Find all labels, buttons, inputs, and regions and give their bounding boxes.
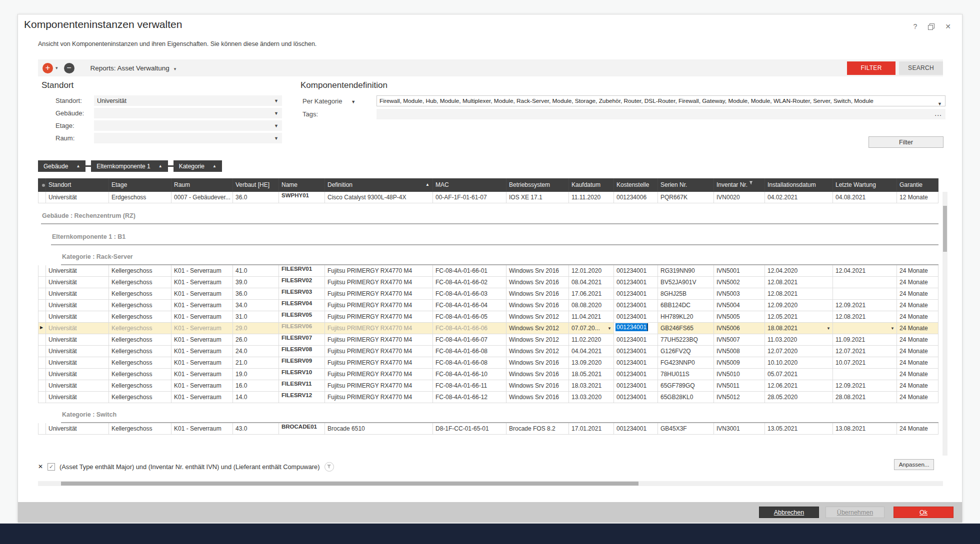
cell[interactable]: 13.09.2020 xyxy=(569,357,614,368)
cell[interactable]: Universität xyxy=(46,192,109,203)
cell[interactable]: 11.11.2020 xyxy=(569,192,614,203)
column-header-standort[interactable]: Standort xyxy=(46,178,109,192)
cell[interactable]: K01 - Serverraum xyxy=(172,380,233,391)
cell[interactable]: 65GF789GQ xyxy=(658,380,714,391)
table-row[interactable]: UniversitätKellergeschossK01 - Serverrau… xyxy=(38,380,938,392)
cell[interactable]: 24 Monate xyxy=(897,288,938,299)
cell[interactable]: 36.0 xyxy=(233,288,279,299)
cell[interactable]: IVN5004 xyxy=(714,300,765,311)
group-chip-gebaeude[interactable]: Gebäude ▲ xyxy=(38,160,86,172)
cell[interactable]: Universität xyxy=(46,265,109,276)
cell[interactable]: 18.05.2021 xyxy=(569,369,614,380)
group-header[interactable]: Kategorie : Switch xyxy=(61,410,938,423)
cell[interactable]: 77UH5223BQ xyxy=(658,334,714,345)
cell[interactable]: 24 Monate xyxy=(897,265,938,276)
cell[interactable]: HH789KL20 xyxy=(658,311,714,322)
cell[interactable]: 001234001 xyxy=(614,392,658,403)
table-row[interactable]: UniversitätKellergeschossK01 - Serverrau… xyxy=(38,357,938,369)
cell[interactable]: 43.0 xyxy=(233,423,279,434)
cell[interactable]: Fujitsu PRIMERGY RX4770 M4 xyxy=(325,300,433,311)
gebaeude-select[interactable]: ▼ xyxy=(94,108,282,118)
cell[interactable]: IVN5009 xyxy=(714,357,765,368)
cell[interactable]: 001234001 xyxy=(614,380,658,391)
cell[interactable]: 00-AF-1F-01-61-07 xyxy=(433,192,506,203)
cell[interactable]: 24 Monate xyxy=(897,392,938,403)
cell[interactable]: 26.0 xyxy=(233,334,279,345)
cell[interactable]: 001234001 xyxy=(614,369,658,380)
filter-tab-button[interactable]: FILTER xyxy=(847,61,896,75)
cell[interactable]: 11.03.2020 xyxy=(765,334,833,345)
raum-select[interactable]: ▼ xyxy=(94,133,282,143)
cell[interactable]: GB246FS65 xyxy=(658,323,714,334)
add-button[interactable]: + xyxy=(42,63,53,73)
cell[interactable]: 28.05.2020 xyxy=(765,392,833,403)
cell[interactable]: Kellergeschoss xyxy=(109,288,172,299)
horizontal-scrollbar-thumb[interactable] xyxy=(61,482,638,486)
cell[interactable]: FC-08-4A-01-66-12 xyxy=(433,392,506,403)
cell[interactable]: GB45X3F xyxy=(658,423,714,434)
cell[interactable]: FILESRV09 xyxy=(279,357,325,368)
cell[interactable]: K01 - Serverraum xyxy=(172,423,233,434)
chevron-down-icon[interactable]: ▼ xyxy=(890,326,894,331)
cell[interactable]: Windows Srv 2016 xyxy=(506,380,569,391)
cell[interactable]: IVN5005 xyxy=(714,311,765,322)
column-header-kostenstelle[interactable]: Kostenstelle xyxy=(614,178,658,192)
cell[interactable]: 13.05.2021 xyxy=(765,423,833,434)
cell[interactable]: 18.08.2021▼ xyxy=(765,323,833,334)
cell[interactable]: 001234001 xyxy=(614,265,658,276)
cell[interactable]: FILESRV08 xyxy=(279,346,325,357)
vertical-scrollbar[interactable] xyxy=(942,192,948,456)
cell[interactable]: FC-08-4A-01-66-05 xyxy=(433,311,506,322)
cell[interactable]: Brocade 6510 xyxy=(325,423,433,434)
cell[interactable]: IVN5006 xyxy=(714,323,765,334)
cell[interactable]: 12.07.2020 xyxy=(765,346,833,357)
column-header-name[interactable]: Name xyxy=(279,178,325,192)
table-row[interactable]: UniversitätKellergeschossK01 - Serverrau… xyxy=(38,369,938,380)
cell[interactable]: 12.04.2020 xyxy=(765,265,833,276)
cell[interactable]: SWPHY01 xyxy=(279,192,325,203)
cell[interactable]: Windows Srv 2012 xyxy=(506,334,569,345)
cell[interactable]: FILESRV04 xyxy=(279,300,325,311)
cell[interactable]: Brocade FOS 8.2 xyxy=(506,423,569,434)
cell[interactable]: 12 Monate xyxy=(897,192,938,203)
table-row[interactable]: UniversitätKellergeschossK01 - Serverrau… xyxy=(38,346,938,357)
cell[interactable]: Windows Srv 2016 xyxy=(506,288,569,299)
column-header-inventar-nr-[interactable]: Inventar Nr. xyxy=(714,178,765,192)
cell[interactable]: FILESRV02 xyxy=(279,277,325,288)
cell[interactable]: Windows Srv 2016 xyxy=(506,265,569,276)
group-header[interactable]: Elternkomponente 1 : B1 xyxy=(51,232,938,245)
cell[interactable]: 19.0 xyxy=(233,369,279,380)
cell[interactable]: Windows Srv 2016 xyxy=(506,392,569,403)
cell[interactable]: FILESRV12 xyxy=(279,392,325,403)
column-header-letzte-wartung[interactable]: Letzte Wartung xyxy=(833,178,897,192)
table-row[interactable]: UniversitätKellergeschossK01 - Serverrau… xyxy=(38,334,938,346)
cell[interactable]: BV52JA901V xyxy=(658,277,714,288)
cell[interactable]: FC-08-4A-01-66-03 xyxy=(433,288,506,299)
group-chip-elternkomponente[interactable]: Elternkomponente 1 ▲ xyxy=(91,160,168,172)
cell[interactable]: 24 Monate xyxy=(897,323,938,334)
cell[interactable]: Kellergeschoss xyxy=(109,323,172,334)
cell[interactable]: Fujitsu PRIMERGY RX4770 M4 xyxy=(325,265,433,276)
remove-filter-icon[interactable]: ✕ xyxy=(38,463,43,470)
cell[interactable]: PQR667K xyxy=(658,192,714,203)
cell[interactable]: K01 - Serverraum xyxy=(172,357,233,368)
cell[interactable]: 001234001 xyxy=(614,334,658,345)
cell[interactable]: Universität xyxy=(46,300,109,311)
cell[interactable]: 28.08.2021 xyxy=(833,392,897,403)
search-tab-button[interactable]: SEARCH xyxy=(899,61,943,75)
cell[interactable]: IVN5003 xyxy=(714,288,765,299)
group-chip-kategorie[interactable]: Kategorie ▲ xyxy=(174,160,222,172)
ok-button[interactable]: Ok xyxy=(894,507,954,518)
cell[interactable]: Universität xyxy=(46,392,109,403)
table-row[interactable]: UniversitätKellergeschossK01 - Serverrau… xyxy=(38,277,938,288)
column-header-serien-nr-[interactable]: Serien Nr. xyxy=(658,178,714,192)
cell[interactable]: 24 Monate xyxy=(897,300,938,311)
cell[interactable]: 12.05.2021 xyxy=(765,311,833,322)
table-row[interactable]: UniversitätKellergeschossK01 - Serverrau… xyxy=(38,288,938,300)
cancel-button[interactable]: Abbrechen xyxy=(759,507,819,518)
cell[interactable]: FILESRV07 xyxy=(279,334,325,345)
cell[interactable] xyxy=(833,277,897,288)
cell[interactable]: 39.0 xyxy=(233,277,279,288)
cell[interactable]: 04.08.2021 xyxy=(833,192,897,203)
table-row[interactable]: UniversitätKellergeschossK01 - Serverrau… xyxy=(38,265,938,277)
